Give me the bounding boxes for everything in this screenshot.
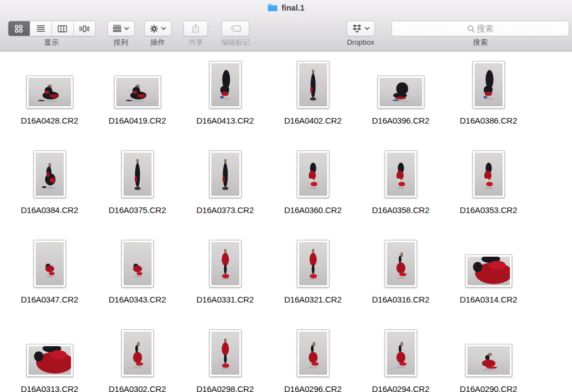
- search-label: 搜索: [473, 38, 488, 47]
- file-thumbnail[interactable]: [472, 61, 505, 108]
- file-name[interactable]: D16A0396.CR2: [372, 116, 429, 125]
- window-title: final.1: [281, 3, 304, 12]
- file-name[interactable]: D16A0360.CR2: [284, 205, 342, 215]
- file-name[interactable]: D16A0296.CR2: [284, 384, 342, 392]
- file-thumbnail[interactable]: [209, 240, 242, 287]
- file-thumbnail-area: [357, 51, 445, 108]
- file-item: D16A0314.CR2: [445, 230, 532, 320]
- view-list-button[interactable]: [30, 21, 52, 36]
- file-name[interactable]: D16A0321.CR2: [284, 295, 342, 304]
- file-thumbnail[interactable]: [121, 240, 154, 287]
- file-name[interactable]: D16A0314.CR2: [460, 295, 517, 304]
- arrange-icon: [113, 25, 121, 32]
- file-thumbnail[interactable]: [297, 61, 329, 108]
- file-item: D16A0321.CR2: [269, 230, 357, 320]
- search-field[interactable]: 搜索: [391, 21, 569, 36]
- file-thumbnail[interactable]: [209, 329, 242, 377]
- file-name[interactable]: D16A0428.CR2: [21, 116, 78, 125]
- file-thumbnail[interactable]: [297, 240, 329, 287]
- file-grid: D16A0428.CR2D16A0419.CR2D16A0413.CR2D16A…: [6, 51, 532, 392]
- file-thumbnail[interactable]: [465, 254, 512, 287]
- file-name[interactable]: D16A0413.CR2: [196, 116, 254, 125]
- file-thumbnail-area: [93, 51, 181, 108]
- file-thumbnail-area: [269, 320, 357, 377]
- file-name[interactable]: D16A0294.CR2: [372, 384, 429, 392]
- toolbar: 显示 排: [0, 15, 572, 51]
- file-item: D16A0360.CR2: [269, 141, 357, 230]
- file-name[interactable]: D16A0302.CR2: [108, 384, 166, 392]
- dropbox-button[interactable]: [347, 21, 375, 36]
- view-coverflow-button[interactable]: [74, 21, 95, 36]
- action-button[interactable]: [144, 21, 172, 36]
- file-name[interactable]: D16A0331.CR2: [196, 295, 254, 304]
- file-item: D16A0353.CR2: [445, 141, 532, 230]
- file-thumbnail[interactable]: [297, 150, 329, 198]
- file-item: D16A0331.CR2: [181, 230, 269, 320]
- chevron-down-icon: [124, 27, 129, 30]
- file-name[interactable]: D16A0353.CR2: [460, 205, 517, 215]
- view-grid-button[interactable]: [8, 21, 30, 36]
- file-item: D16A0294.CR2: [357, 320, 445, 392]
- view-columns-button[interactable]: [52, 21, 74, 36]
- file-item: D16A0373.CR2: [181, 141, 269, 230]
- file-name[interactable]: D16A0419.CR2: [108, 116, 166, 125]
- file-item: D16A0302.CR2: [93, 320, 181, 392]
- file-thumbnail[interactable]: [114, 75, 161, 108]
- file-name[interactable]: D16A0402.CR2: [284, 116, 342, 125]
- file-thumbnail[interactable]: [297, 329, 329, 377]
- file-item: D16A0375.CR2: [93, 141, 181, 230]
- file-name[interactable]: D16A0290.CR2: [460, 384, 517, 392]
- tag-icon: [230, 25, 241, 32]
- file-thumbnail-area: [6, 141, 93, 198]
- file-thumbnail[interactable]: [34, 150, 66, 198]
- file-thumbnail[interactable]: [465, 344, 512, 377]
- file-thumbnail[interactable]: [121, 329, 154, 377]
- share-label: 共享: [188, 38, 203, 47]
- chevron-down-icon: [161, 27, 166, 30]
- file-name[interactable]: D16A0313.CR2: [21, 384, 78, 392]
- file-name[interactable]: D16A0316.CR2: [372, 295, 429, 304]
- file-item: D16A0298.CR2: [181, 320, 269, 392]
- file-name[interactable]: D16A0343.CR2: [108, 295, 166, 304]
- file-name[interactable]: D16A0386.CR2: [460, 116, 517, 125]
- file-name[interactable]: D16A0347.CR2: [21, 295, 78, 304]
- edit-tags-label: 编辑标记: [221, 38, 250, 47]
- titlebar[interactable]: final.1: [0, 0, 572, 15]
- file-thumbnail-area: [445, 320, 532, 377]
- file-thumbnail-area: [445, 51, 532, 108]
- file-thumbnail[interactable]: [377, 75, 424, 108]
- file-thumbnail[interactable]: [472, 150, 505, 198]
- file-thumbnail-area: [181, 230, 269, 287]
- file-thumbnail[interactable]: [26, 344, 73, 377]
- file-thumbnail-area: [445, 141, 532, 198]
- file-name[interactable]: D16A0375.CR2: [108, 205, 166, 215]
- file-name[interactable]: D16A0384.CR2: [21, 205, 78, 215]
- arrange-button[interactable]: [107, 21, 135, 36]
- file-thumbnail[interactable]: [209, 150, 242, 198]
- file-item: D16A0384.CR2: [6, 141, 93, 230]
- file-thumbnail-area: [6, 230, 93, 287]
- file-thumbnail-area: [181, 320, 269, 377]
- share-button[interactable]: [183, 21, 208, 36]
- file-thumbnail[interactable]: [209, 61, 242, 108]
- file-thumbnail-area: [269, 141, 357, 198]
- view-grid-icon: [15, 25, 23, 33]
- file-thumbnail[interactable]: [385, 329, 417, 377]
- file-thumbnail-area: [181, 141, 269, 198]
- dropbox-icon: [352, 24, 362, 33]
- file-name[interactable]: D16A0358.CR2: [372, 205, 429, 215]
- file-thumbnail[interactable]: [385, 150, 417, 198]
- search-input[interactable]: [392, 21, 569, 36]
- file-thumbnail[interactable]: [121, 150, 154, 198]
- edit-tags-button[interactable]: [221, 21, 249, 36]
- file-thumbnail[interactable]: [34, 240, 66, 287]
- file-thumbnail[interactable]: [26, 75, 73, 108]
- file-thumbnail[interactable]: [385, 240, 417, 287]
- file-item: D16A0296.CR2: [269, 320, 357, 392]
- file-name[interactable]: D16A0298.CR2: [196, 384, 254, 392]
- file-name[interactable]: D16A0373.CR2: [196, 205, 254, 215]
- view-switcher: [8, 21, 96, 36]
- file-item: D16A0413.CR2: [181, 51, 269, 141]
- view-label: 显示: [44, 38, 59, 47]
- file-thumbnail-area: [357, 320, 445, 377]
